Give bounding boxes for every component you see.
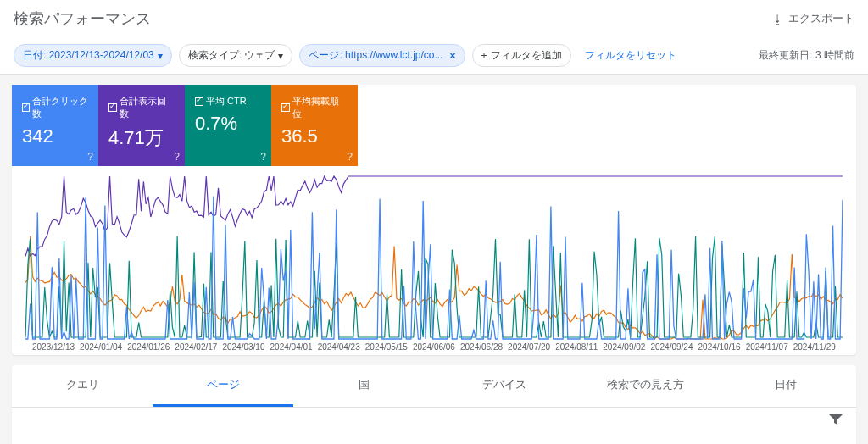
search-type-label: 検索タイプ: ウェブ: [188, 48, 275, 63]
x-tick-label: 2024/04/23: [318, 342, 360, 352]
page-title: 検索パフォーマンス: [14, 8, 151, 29]
export-label: エクスポート: [788, 11, 854, 26]
x-tick-label: 2024/09/24: [650, 342, 693, 352]
add-filter-label: フィルタを追加: [491, 48, 562, 63]
metric-clicks-label: 合計クリック数: [32, 95, 88, 120]
tab-1[interactable]: ページ: [153, 365, 293, 407]
x-tick-label: 2024/11/29: [793, 342, 836, 352]
check-icon: [108, 103, 117, 112]
last-updated-text: 最終更新日: 3 時間前: [759, 48, 854, 63]
check-icon: [22, 103, 30, 112]
check-icon: [281, 103, 290, 112]
x-tick-label: 2024/06/28: [460, 342, 503, 352]
reset-filters-link[interactable]: フィルタをリセット: [585, 48, 676, 63]
download-icon: ⭳: [772, 13, 783, 25]
x-tick-label: 2024/02/17: [175, 342, 217, 352]
tab-2[interactable]: 国: [293, 365, 434, 407]
x-tick-label: 2023/12/13: [32, 342, 75, 352]
metric-position[interactable]: 平均掲載順位 36.5 ?: [271, 85, 358, 166]
tab-0[interactable]: クエリ: [12, 365, 153, 407]
filter-icon[interactable]: [12, 408, 856, 434]
x-tick-label: 2024/11/07: [746, 342, 788, 352]
add-filter-chip[interactable]: + フィルタを追加: [472, 44, 571, 67]
chevron-down-icon: ▾: [158, 50, 163, 62]
x-tick-label: 2024/08/11: [555, 342, 598, 352]
tab-5[interactable]: 日付: [715, 365, 856, 407]
x-tick-label: 2024/10/16: [698, 342, 741, 352]
metric-impressions[interactable]: 合計表示回数 4.71万 ?: [98, 85, 185, 166]
x-tick-label: 2024/03/10: [222, 342, 264, 352]
close-icon[interactable]: ×: [450, 50, 456, 62]
x-tick-label: 2024/05/15: [365, 342, 408, 352]
tab-3[interactable]: デバイス: [434, 365, 575, 407]
metric-impressions-value: 4.71万: [108, 125, 175, 151]
help-icon[interactable]: ?: [347, 151, 353, 163]
chevron-down-icon: ▾: [278, 50, 283, 62]
plus-icon: +: [481, 50, 487, 62]
x-tick-label: 2024/06/06: [413, 342, 455, 352]
metric-clicks[interactable]: 合計クリック数 342 ?: [12, 85, 98, 166]
x-tick-label: 2024/04/01: [270, 342, 313, 352]
metric-ctr-label: 平均 CTR: [206, 95, 247, 108]
metric-position-label: 平均掲載順位: [292, 95, 348, 120]
x-tick-label: 2024/07/20: [508, 342, 550, 352]
search-type-chip[interactable]: 検索タイプ: ウェブ ▾: [179, 44, 293, 67]
x-tick-label: 2024/01/04: [80, 342, 122, 352]
page-filter-label: ページ: https://www.lct.jp/co...: [309, 48, 442, 63]
help-icon[interactable]: ?: [174, 151, 180, 163]
x-tick-label: 2024/01/26: [127, 342, 170, 352]
date-filter-chip[interactable]: 日付: 2023/12/13-2024/12/03 ▾: [14, 44, 172, 67]
metric-position-value: 36.5: [281, 125, 348, 147]
metric-impressions-label: 合計表示回数: [120, 95, 175, 120]
date-filter-label: 日付: 2023/12/13-2024/12/03: [23, 48, 154, 63]
metric-ctr[interactable]: 平均 CTR 0.7% ?: [185, 85, 271, 166]
help-icon[interactable]: ?: [260, 151, 266, 163]
metric-clicks-value: 342: [22, 125, 88, 147]
export-button[interactable]: ⭳ エクスポート: [772, 11, 854, 26]
tab-4[interactable]: 検索での見え方: [575, 365, 715, 407]
page-filter-chip[interactable]: ページ: https://www.lct.jp/co... ×: [299, 44, 465, 67]
help-icon[interactable]: ?: [87, 151, 93, 163]
line-chart: 2023/12/132024/01/042024/01/262024/02/17…: [12, 166, 856, 355]
check-icon: [195, 97, 203, 106]
x-tick-label: 2024/09/02: [603, 342, 645, 352]
metric-ctr-value: 0.7%: [195, 113, 261, 135]
